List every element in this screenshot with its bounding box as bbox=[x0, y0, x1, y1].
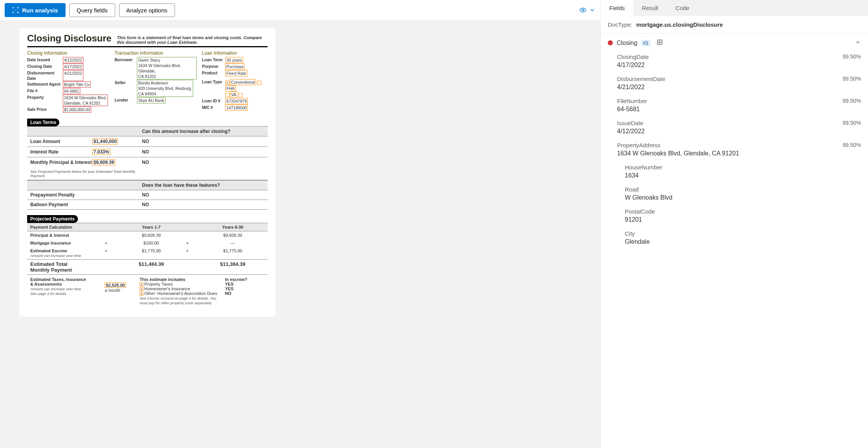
esc-y17: $1,775.00 bbox=[116, 248, 186, 258]
color-dot-icon bbox=[608, 40, 613, 45]
field-confidence: 99.50% bbox=[843, 142, 861, 148]
field-name: DisbursementDate bbox=[617, 76, 665, 82]
interest-rate-ans: NO bbox=[138, 149, 268, 155]
esc-r1: YES bbox=[225, 282, 233, 286]
field-name: FileNumber bbox=[617, 98, 647, 104]
product-label: Product bbox=[202, 70, 225, 76]
field-confidence: 99.50% bbox=[843, 98, 861, 104]
field-item[interactable]: ClosingDate99.50%4/17/2022 bbox=[601, 50, 868, 72]
interest-rate-val: 7.033% bbox=[92, 149, 111, 155]
settlement-agent-val: Bright Title Co bbox=[63, 81, 91, 88]
field-item[interactable]: FileNumber99.50%64-5681 bbox=[601, 95, 868, 117]
balloon-label: Balloon Payment bbox=[27, 202, 92, 207]
borrower-label: Borrower bbox=[114, 57, 137, 79]
document-canvas[interactable]: Closing Disclosure This form is a statem… bbox=[0, 21, 600, 448]
loan-term-val: 30 years bbox=[225, 57, 243, 63]
loan-info-title: Loan Information bbox=[202, 50, 268, 56]
toolbar: Run analysis Query fields Analyze option… bbox=[0, 0, 600, 21]
inc-r2: Homeowner's Insurance bbox=[144, 286, 190, 291]
pi-label: Monthly Principal & Interest bbox=[27, 160, 92, 165]
escrow-hdr: In escrow? bbox=[225, 277, 247, 282]
field-value: Glendale bbox=[625, 238, 861, 245]
doc-subtitle: This form is a statement of final loan t… bbox=[117, 35, 268, 45]
tabs: Fields Result Code bbox=[601, 0, 868, 16]
run-analysis-button[interactable]: Run analysis bbox=[5, 3, 66, 17]
table-icon[interactable] bbox=[657, 39, 663, 47]
field-confidence: 99.50% bbox=[843, 120, 861, 126]
field-item[interactable]: PropertyAddress99.50%1634 W Glenoaks Blv… bbox=[601, 139, 868, 161]
field-item[interactable]: IssueDate99.50%4/12/2022 bbox=[601, 117, 868, 139]
analyze-options-button[interactable]: Analyze options bbox=[119, 3, 175, 17]
field-value: 1634 W Glenoaks Blvd, Glendale, CA 91201 bbox=[617, 150, 861, 157]
loan-id-val: 672047879 bbox=[225, 98, 248, 104]
query-fields-button[interactable]: Query fields bbox=[69, 3, 115, 17]
years17-hdr: Years 1-7 bbox=[116, 225, 186, 229]
field-item[interactable]: HouseNumber1634 bbox=[601, 161, 868, 183]
closing-date-label: Closing Date bbox=[27, 64, 63, 70]
svg-point-0 bbox=[582, 9, 584, 11]
mic-label: MIC # bbox=[202, 105, 225, 111]
loan-term-label: Loan Term bbox=[202, 57, 225, 63]
esc-r3: NO bbox=[225, 291, 232, 296]
seller-val: Bonita Anderson920 University Blvd, Rexb… bbox=[137, 80, 193, 97]
pi-ans: NO bbox=[138, 160, 268, 165]
tab-result[interactable]: Result bbox=[633, 0, 667, 16]
accordion-badge: #1 bbox=[641, 40, 650, 46]
tab-fields[interactable]: Fields bbox=[601, 0, 633, 16]
toolbar-right bbox=[579, 7, 596, 14]
purpose-label: Purpose bbox=[202, 64, 225, 70]
terms-q2: Does the loan have these features? bbox=[138, 183, 268, 188]
pi-y830: $9,609.39 bbox=[198, 233, 268, 238]
run-analysis-label: Run analysis bbox=[22, 7, 58, 14]
pay-calc-label: Payment Calculation bbox=[27, 225, 105, 229]
tot-y17: $11,484.39 bbox=[116, 261, 186, 273]
fields-body[interactable]: Closing #1 ClosingDate99.50%4/17/2022Dis… bbox=[601, 34, 868, 448]
transaction-info-col: Transaction Information BorrowerGwen Sta… bbox=[114, 50, 196, 113]
loan-info-col: Loan Information Loan Term30 years Purpo… bbox=[202, 50, 268, 113]
field-item[interactable]: RoadW Glenoaks Blvd bbox=[601, 183, 868, 205]
prepay-label: Prepayment Penalty bbox=[27, 192, 92, 198]
loan-amount-val: $1,440,000 bbox=[92, 138, 118, 145]
loan-type-val: xConventional FHAVA bbox=[225, 79, 268, 98]
field-confidence: 99.50% bbox=[843, 53, 861, 60]
disb-date-label: Disbursement Date bbox=[27, 70, 63, 81]
right-pane: Fields Result Code DocType: mortgage.us.… bbox=[600, 0, 868, 448]
terms-q1: Can this amount increase after closing? bbox=[138, 129, 268, 134]
field-item[interactable]: CityGlendale bbox=[601, 227, 868, 249]
doctype-label: DocType: bbox=[608, 21, 632, 28]
field-item[interactable]: PostalCode91201 bbox=[601, 205, 868, 227]
field-item[interactable]: DisbursementDate99.50%4/21/2022 bbox=[601, 72, 868, 95]
field-value: 91201 bbox=[625, 216, 861, 223]
accordion-closing[interactable]: Closing #1 bbox=[601, 35, 868, 50]
field-value: 64-5681 bbox=[617, 106, 861, 113]
doctype-bar: DocType: mortgage.us.closingDisclosure bbox=[601, 16, 868, 34]
file-label: File # bbox=[27, 88, 63, 94]
field-name: HouseNumber bbox=[625, 164, 662, 171]
scan-icon bbox=[12, 7, 19, 14]
field-name: PropertyAddress bbox=[617, 142, 661, 148]
document: Closing Disclosure This form is a statem… bbox=[19, 28, 275, 317]
loan-terms-bar: Loan Terms bbox=[27, 119, 59, 126]
inc-note: See Escrow Account on page 4 for details… bbox=[140, 296, 216, 305]
closing-info-title: Closing Information bbox=[27, 50, 109, 56]
loan-id-label: Loan ID # bbox=[202, 98, 225, 104]
field-value: 4/17/2022 bbox=[617, 62, 861, 69]
pi-note: See Projected Payments below for your Es… bbox=[27, 169, 138, 178]
loan-amount-label: Loan Amount bbox=[27, 139, 92, 144]
field-name: IssueDate bbox=[617, 120, 643, 126]
mi-y17: $100.00 bbox=[116, 241, 186, 245]
chevron-down-icon[interactable] bbox=[589, 7, 596, 14]
eye-icon[interactable] bbox=[579, 7, 586, 14]
settlement-agent-label: Settlement Agent bbox=[27, 81, 63, 88]
mi-y830: — bbox=[198, 241, 268, 245]
closing-date-val: 4/17/2022 bbox=[63, 64, 83, 70]
chevron-up-icon[interactable] bbox=[855, 39, 861, 47]
property-val: 1634 W Glenoaks Blvd,Glendale, CA 91201 bbox=[63, 95, 108, 106]
projected-bar: Projected Payments bbox=[27, 215, 78, 223]
field-value: W Glenoaks Blvd bbox=[625, 194, 861, 201]
pi-val: $9,609.39 bbox=[92, 159, 115, 165]
tot-y830: $11,384.39 bbox=[198, 261, 268, 273]
doc-title: Closing Disclosure bbox=[27, 33, 111, 44]
disb-date-val: 4/21/2022 bbox=[63, 70, 83, 81]
tab-code[interactable]: Code bbox=[667, 0, 698, 16]
